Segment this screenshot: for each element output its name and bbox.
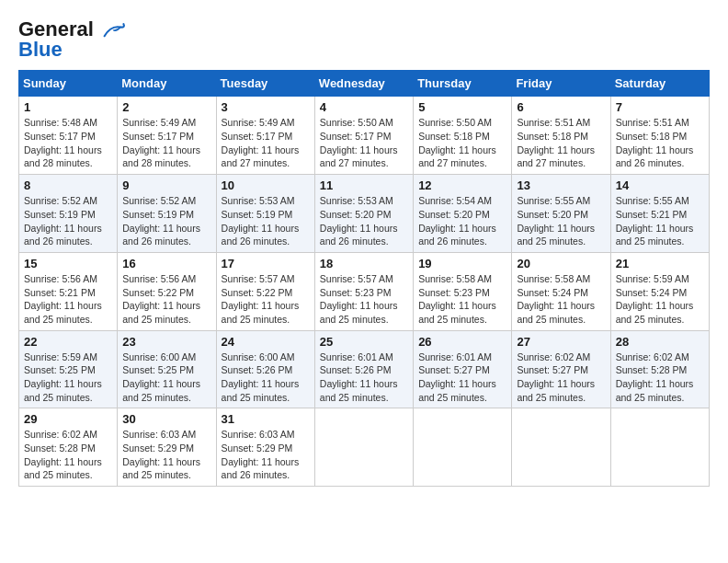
weekday-header: Sunday: [19, 71, 118, 97]
calendar-day-cell: [512, 408, 610, 487]
day-number: 12: [418, 178, 506, 192]
weekday-header: Tuesday: [216, 71, 314, 97]
day-number: 1: [24, 100, 112, 114]
day-number: 25: [320, 335, 408, 349]
day-info: Sunrise: 6:02 AM Sunset: 5:27 PM Dayligh…: [517, 350, 605, 405]
calendar-day-cell: 28 Sunrise: 6:02 AM Sunset: 5:28 PM Dayl…: [610, 330, 709, 408]
calendar-day-cell: 5 Sunrise: 5:50 AM Sunset: 5:18 PM Dayli…: [414, 97, 512, 175]
calendar-day-cell: 13 Sunrise: 5:55 AM Sunset: 5:20 PM Dayl…: [512, 175, 610, 253]
day-info: Sunrise: 5:52 AM Sunset: 5:19 PM Dayligh…: [24, 194, 112, 248]
day-number: 23: [122, 335, 210, 349]
day-info: Sunrise: 5:59 AM Sunset: 5:24 PM Dayligh…: [616, 272, 704, 327]
calendar-day-cell: 1 Sunrise: 5:48 AM Sunset: 5:17 PM Dayli…: [19, 97, 118, 175]
day-number: 3: [222, 100, 310, 114]
calendar-day-cell: 29 Sunrise: 6:02 AM Sunset: 5:28 PM Dayl…: [19, 408, 118, 487]
calendar-day-cell: 17 Sunrise: 5:57 AM Sunset: 5:22 PM Dayl…: [216, 252, 314, 330]
day-number: 11: [320, 178, 408, 192]
day-info: Sunrise: 5:51 AM Sunset: 5:18 PM Dayligh…: [616, 116, 704, 170]
calendar-day-cell: 11 Sunrise: 5:53 AM Sunset: 5:20 PM Dayl…: [314, 175, 413, 253]
calendar-day-cell: 4 Sunrise: 5:50 AM Sunset: 5:17 PM Dayli…: [314, 97, 413, 175]
day-info: Sunrise: 5:50 AM Sunset: 5:17 PM Dayligh…: [320, 116, 408, 170]
day-info: Sunrise: 5:57 AM Sunset: 5:22 PM Dayligh…: [222, 272, 310, 327]
day-number: 7: [616, 100, 704, 114]
day-number: 27: [517, 335, 605, 349]
calendar-day-cell: 25 Sunrise: 6:01 AM Sunset: 5:26 PM Dayl…: [314, 330, 413, 408]
calendar-day-cell: 16 Sunrise: 5:56 AM Sunset: 5:22 PM Dayl…: [118, 252, 216, 330]
day-info: Sunrise: 6:02 AM Sunset: 5:28 PM Dayligh…: [24, 428, 112, 482]
day-info: Sunrise: 5:48 AM Sunset: 5:17 PM Dayligh…: [24, 116, 112, 170]
calendar-day-cell: [314, 408, 413, 487]
day-info: Sunrise: 5:55 AM Sunset: 5:21 PM Dayligh…: [616, 194, 704, 248]
day-number: 14: [616, 178, 704, 192]
day-number: 5: [418, 100, 506, 114]
calendar-week-row: 22 Sunrise: 5:59 AM Sunset: 5:25 PM Dayl…: [19, 330, 710, 408]
calendar-week-row: 8 Sunrise: 5:52 AM Sunset: 5:19 PM Dayli…: [19, 175, 710, 253]
calendar-day-cell: 23 Sunrise: 6:00 AM Sunset: 5:25 PM Dayl…: [118, 330, 216, 408]
calendar-day-cell: 21 Sunrise: 5:59 AM Sunset: 5:24 PM Dayl…: [610, 252, 709, 330]
calendar-day-cell: 3 Sunrise: 5:49 AM Sunset: 5:17 PM Dayli…: [216, 97, 314, 175]
calendar-day-cell: [610, 408, 709, 487]
calendar-day-cell: 15 Sunrise: 5:56 AM Sunset: 5:21 PM Dayl…: [19, 252, 118, 330]
day-info: Sunrise: 6:00 AM Sunset: 5:25 PM Dayligh…: [122, 350, 210, 405]
calendar-day-cell: 6 Sunrise: 5:51 AM Sunset: 5:18 PM Dayli…: [512, 97, 610, 175]
weekday-header: Thursday: [414, 71, 512, 97]
day-number: 26: [418, 335, 506, 349]
day-number: 16: [122, 257, 210, 270]
day-info: Sunrise: 5:49 AM Sunset: 5:17 PM Dayligh…: [222, 116, 310, 170]
calendar-day-cell: 24 Sunrise: 6:00 AM Sunset: 5:26 PM Dayl…: [216, 330, 314, 408]
day-number: 22: [24, 335, 112, 349]
day-number: 24: [222, 335, 310, 349]
day-info: Sunrise: 6:03 AM Sunset: 5:29 PM Dayligh…: [122, 428, 210, 482]
calendar-day-cell: 2 Sunrise: 5:49 AM Sunset: 5:17 PM Dayli…: [118, 97, 216, 175]
day-info: Sunrise: 5:56 AM Sunset: 5:22 PM Dayligh…: [122, 272, 210, 327]
calendar-day-cell: 7 Sunrise: 5:51 AM Sunset: 5:18 PM Dayli…: [610, 97, 709, 175]
day-info: Sunrise: 5:52 AM Sunset: 5:19 PM Dayligh…: [122, 194, 210, 248]
day-number: 28: [616, 335, 704, 349]
calendar-day-cell: 26 Sunrise: 6:01 AM Sunset: 5:27 PM Dayl…: [414, 330, 512, 408]
day-info: Sunrise: 5:53 AM Sunset: 5:20 PM Dayligh…: [320, 194, 408, 248]
calendar-day-cell: 20 Sunrise: 5:58 AM Sunset: 5:24 PM Dayl…: [512, 252, 610, 330]
day-number: 9: [122, 178, 210, 192]
weekday-header: Wednesday: [314, 71, 413, 97]
day-number: 2: [122, 100, 210, 114]
calendar-day-cell: [414, 408, 512, 487]
day-info: Sunrise: 5:55 AM Sunset: 5:20 PM Dayligh…: [517, 194, 605, 248]
day-number: 30: [122, 412, 210, 426]
weekday-header: Friday: [512, 71, 610, 97]
calendar-day-cell: 19 Sunrise: 5:58 AM Sunset: 5:23 PM Dayl…: [414, 252, 512, 330]
day-info: Sunrise: 5:58 AM Sunset: 5:23 PM Dayligh…: [418, 272, 506, 327]
day-info: Sunrise: 5:59 AM Sunset: 5:25 PM Dayligh…: [24, 350, 112, 405]
calendar-week-row: 29 Sunrise: 6:02 AM Sunset: 5:28 PM Dayl…: [19, 408, 710, 487]
day-info: Sunrise: 6:01 AM Sunset: 5:26 PM Dayligh…: [320, 350, 408, 405]
day-number: 13: [517, 178, 605, 192]
day-info: Sunrise: 6:02 AM Sunset: 5:28 PM Dayligh…: [616, 350, 704, 405]
day-number: 17: [222, 257, 310, 270]
day-info: Sunrise: 5:54 AM Sunset: 5:20 PM Dayligh…: [418, 194, 506, 248]
calendar-day-cell: 27 Sunrise: 6:02 AM Sunset: 5:27 PM Dayl…: [512, 330, 610, 408]
logo: General Blue: [18, 18, 127, 61]
day-info: Sunrise: 5:49 AM Sunset: 5:17 PM Dayligh…: [122, 116, 210, 170]
calendar-day-cell: 12 Sunrise: 5:54 AM Sunset: 5:20 PM Dayl…: [414, 175, 512, 253]
day-number: 18: [320, 257, 408, 270]
calendar-day-cell: 9 Sunrise: 5:52 AM Sunset: 5:19 PM Dayli…: [118, 175, 216, 253]
calendar-day-cell: 8 Sunrise: 5:52 AM Sunset: 5:19 PM Dayli…: [19, 175, 118, 253]
day-info: Sunrise: 5:51 AM Sunset: 5:18 PM Dayligh…: [517, 116, 605, 170]
day-number: 29: [24, 412, 112, 426]
day-number: 8: [24, 178, 112, 192]
calendar-day-cell: 31 Sunrise: 6:03 AM Sunset: 5:29 PM Dayl…: [216, 408, 314, 487]
day-number: 19: [418, 257, 506, 270]
calendar-day-cell: 30 Sunrise: 6:03 AM Sunset: 5:29 PM Dayl…: [118, 408, 216, 487]
day-info: Sunrise: 6:00 AM Sunset: 5:26 PM Dayligh…: [222, 350, 310, 405]
day-info: Sunrise: 5:53 AM Sunset: 5:19 PM Dayligh…: [222, 194, 310, 248]
calendar-day-cell: 10 Sunrise: 5:53 AM Sunset: 5:19 PM Dayl…: [216, 175, 314, 253]
day-info: Sunrise: 5:50 AM Sunset: 5:18 PM Dayligh…: [418, 116, 506, 170]
day-info: Sunrise: 5:57 AM Sunset: 5:23 PM Dayligh…: [320, 272, 408, 327]
calendar-day-cell: 22 Sunrise: 5:59 AM Sunset: 5:25 PM Dayl…: [19, 330, 118, 408]
day-info: Sunrise: 6:03 AM Sunset: 5:29 PM Dayligh…: [222, 428, 310, 482]
calendar-week-row: 15 Sunrise: 5:56 AM Sunset: 5:21 PM Dayl…: [19, 252, 710, 330]
calendar-week-row: 1 Sunrise: 5:48 AM Sunset: 5:17 PM Dayli…: [19, 97, 710, 175]
page-header: General Blue: [18, 18, 710, 61]
day-info: Sunrise: 6:01 AM Sunset: 5:27 PM Dayligh…: [418, 350, 506, 405]
day-number: 21: [616, 257, 704, 270]
calendar-day-cell: 18 Sunrise: 5:57 AM Sunset: 5:23 PM Dayl…: [314, 252, 413, 330]
